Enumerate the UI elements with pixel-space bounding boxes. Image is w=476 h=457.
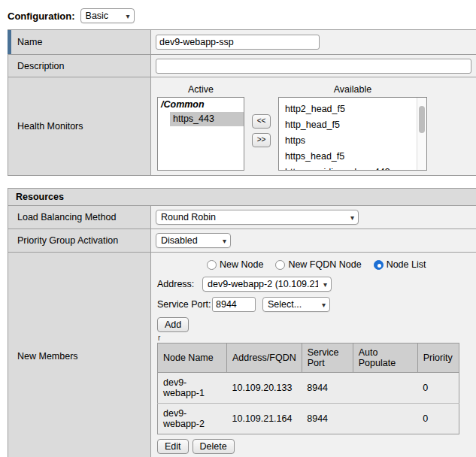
configuration-row: Configuration: Basic [0, 0, 476, 29]
chevron-down-icon [121, 11, 130, 21]
priority-group-select-value: Disabled [161, 235, 198, 246]
chevron-down-icon [318, 279, 327, 289]
chevron-down-icon [217, 235, 226, 246]
new-members-label: New Members [8, 253, 151, 457]
move-to-active-button[interactable]: << [252, 114, 271, 129]
priority-group-label: Priority Group Activation [8, 229, 151, 252]
active-list-label: Active [157, 84, 244, 95]
address-select-value: dev9-webapp-2 (10.109.21.164) [208, 279, 318, 289]
available-monitor-item[interactable]: http_head_f5 [279, 117, 426, 133]
health-monitors-label: Health Monitors [8, 77, 151, 175]
stray-text: r [158, 334, 471, 342]
delete-button[interactable]: Delete [193, 439, 235, 454]
service-port-input[interactable] [212, 297, 256, 312]
description-label: Description [8, 55, 151, 77]
member-row[interactable]: dev9-webapp-210.109.21.16489440 [158, 404, 459, 434]
priority-group-select[interactable]: Disabled [156, 233, 231, 248]
active-monitor-item[interactable]: https_443 [170, 112, 244, 126]
member-cell: 10.109.20.133 [227, 373, 302, 404]
radio-new-node-label: New Node [220, 259, 263, 270]
name-row: Name [8, 30, 476, 55]
name-input[interactable] [156, 35, 320, 50]
configuration-select-value: Basic [86, 11, 109, 21]
chevron-down-icon [345, 212, 354, 222]
radio-indicator [275, 260, 285, 270]
member-cell: 8944 [302, 373, 353, 404]
priority-group-row: Priority Group Activation Disabled [8, 229, 476, 253]
members-header-address: Address/FQDN [227, 344, 302, 373]
available-monitor-item[interactable]: https_head_f5 [279, 149, 426, 165]
members-table-header-row: Node Name Address/FQDN Service Port Auto… [158, 344, 459, 373]
service-port-label: Service Port: [157, 299, 212, 310]
members-table: Node Name Address/FQDN Service Port Auto… [157, 343, 459, 434]
available-monitor-item[interactable]: http2_head_f5 [279, 101, 426, 117]
member-type-radio-group: New Node New FQDN Node Node List [207, 259, 471, 270]
available-list-scrollbar[interactable] [417, 98, 426, 170]
member-cell: 0 [417, 373, 459, 404]
member-cell: 8944 [302, 404, 353, 434]
load-balancing-row: Load Balancing Method Round Robin [8, 206, 476, 229]
port-preset-select-value: Select... [268, 299, 302, 310]
radio-new-node[interactable]: New Node [207, 259, 263, 270]
radio-node-list-label: Node List [387, 259, 426, 270]
resources-section: Resources Load Balancing Method Round Ro… [8, 188, 476, 457]
load-balancing-label: Load Balancing Method [8, 206, 151, 228]
load-balancing-select-value: Round Robin [161, 212, 216, 222]
radio-new-fqdn-node[interactable]: New FQDN Node [275, 259, 361, 270]
address-label: Address: [157, 279, 202, 289]
new-members-row: New Members New Node New FQDN Node Node … [8, 253, 476, 457]
radio-new-fqdn-node-label: New FQDN Node [288, 259, 361, 270]
member-cell: 0 [417, 404, 459, 434]
resources-section-header: Resources [8, 189, 476, 206]
health-monitors-row: Health Monitors Active /Commonhttps_443 … [8, 77, 476, 175]
member-cell: dev9-webapp-1 [158, 373, 227, 404]
member-row[interactable]: dev9-webapp-110.109.20.13389440 [158, 373, 459, 404]
available-monitors-listbox[interactable]: http2_head_f5http_head_f5httpshttps_head… [278, 97, 427, 171]
move-to-available-button[interactable]: >> [252, 133, 271, 147]
available-monitor-item[interactable]: https_veridium_dmz_443 [279, 165, 426, 171]
port-preset-select[interactable]: Select... [262, 297, 330, 312]
available-monitors-list: http2_head_f5http_head_f5httpshttps_head… [279, 98, 426, 171]
member-cell: 10.109.21.164 [227, 404, 302, 434]
load-balancing-select[interactable]: Round Robin [156, 210, 359, 225]
members-header-node-name: Node Name [158, 344, 227, 373]
members-header-priority: Priority [417, 344, 459, 373]
general-properties-table: Name Description Health Monitors Active … [8, 29, 476, 176]
edit-button[interactable]: Edit [157, 439, 189, 454]
address-select[interactable]: dev9-webapp-2 (10.109.21.164) [202, 277, 332, 292]
member-cell [353, 373, 417, 404]
members-table-body: dev9-webapp-110.109.20.13389440dev9-weba… [158, 373, 459, 434]
radio-node-list[interactable]: Node List [374, 259, 426, 270]
member-cell: dev9-webapp-2 [158, 404, 227, 434]
available-list-label: Available [278, 84, 427, 95]
pool-configuration-page: Configuration: Basic Name Description He… [0, 0, 476, 457]
chevron-down-icon [317, 299, 326, 310]
scrollbar-thumb[interactable] [419, 106, 425, 133]
available-monitor-item[interactable]: https [279, 133, 426, 149]
members-header-auto-populate: Auto Populate [353, 344, 417, 373]
active-monitor-item[interactable]: /Common [158, 98, 244, 112]
add-button[interactable]: Add [157, 317, 189, 332]
radio-indicator [374, 260, 384, 270]
active-monitors-listbox[interactable]: /Commonhttps_443 [157, 97, 244, 171]
description-row: Description [8, 55, 476, 77]
members-header-service-port: Service Port [302, 344, 353, 373]
configuration-select[interactable]: Basic [80, 8, 135, 23]
description-input[interactable] [156, 59, 471, 74]
configuration-label: Configuration: [8, 11, 75, 22]
member-cell [353, 404, 417, 434]
radio-indicator [207, 260, 217, 270]
name-label: Name [8, 30, 151, 54]
